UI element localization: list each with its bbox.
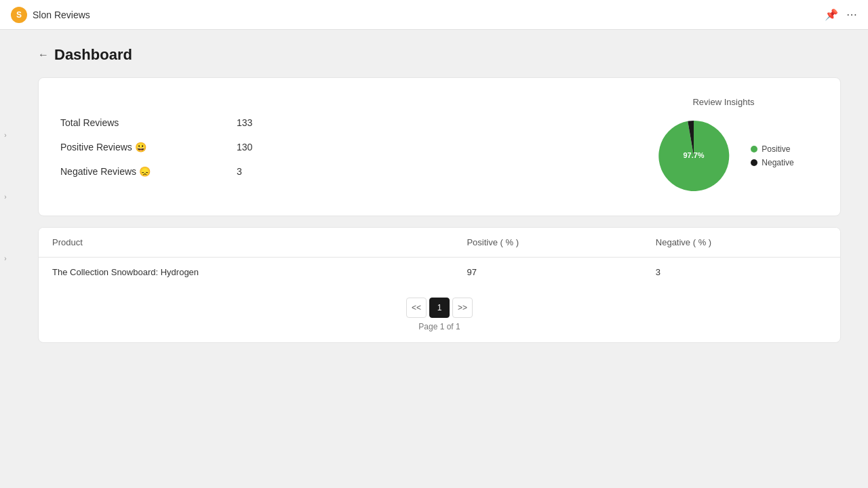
legend-positive: Positive [751,144,793,154]
topbar-left: S Slon Reviews [11,7,90,23]
pagination: << 1 >> Page 1 of 1 [39,287,840,342]
positive-reviews-value: 130 [237,142,252,152]
app-icon: S [11,7,27,23]
legend-negative-dot [751,159,757,166]
total-reviews-label: Total Reviews [60,117,182,128]
col-header-negative: Negative ( % ) [642,228,840,258]
legend-positive-dot [751,146,757,152]
chart-title: Review Insights [692,97,754,107]
next-page-button[interactable]: >> [452,298,473,318]
chart-container: 97.7% Positive Negative [653,115,793,197]
stats-section: Total Reviews 133 Positive Reviews 😀 130… [60,117,252,177]
app-title: Slon Reviews [33,9,90,20]
total-reviews-value: 133 [237,117,252,128]
table-header-row: Product Positive ( % ) Negative ( % ) [39,228,840,258]
main-content: ← Dashboard Total Reviews 133 Positive R… [11,30,868,359]
sidebar-left: › › › [0,30,11,359]
legend: Positive Negative [751,144,793,167]
page-info: Page 1 of 1 [418,322,460,331]
page-title: Dashboard [54,46,132,64]
chart-section: Review Insights 97.7% [629,97,818,197]
negative-reviews-label: Negative Reviews 😞 [60,166,182,177]
sidebar-expand-arrow-3[interactable]: › [4,255,6,262]
data-table: Product Positive ( % ) Negative ( % ) Th… [39,228,840,287]
pie-chart: 97.7% [653,115,734,197]
sidebar-expand-arrow-2[interactable]: › [4,193,6,201]
pin-icon[interactable]: 📌 [825,8,838,21]
negative-reviews-row: Negative Reviews 😞 3 [60,166,252,177]
legend-positive-label: Positive [762,144,790,154]
table-row: The Collection Snowboard: Hydrogen 97 3 [39,258,840,287]
page-1-button[interactable]: 1 [429,298,450,318]
prev-page-button[interactable]: << [406,298,427,318]
positive-reviews-label: Positive Reviews 😀 [60,142,182,152]
positive-reviews-row: Positive Reviews 😀 130 [60,142,252,152]
cell-product: The Collection Snowboard: Hydrogen [39,258,453,287]
cell-positive: 97 [453,258,642,287]
svg-text:97.7%: 97.7% [684,151,705,159]
sidebar-expand-arrow-1[interactable]: › [4,131,6,139]
cell-negative: 3 [642,258,840,287]
data-table-card: Product Positive ( % ) Negative ( % ) Th… [38,227,841,343]
col-header-positive: Positive ( % ) [453,228,642,258]
back-button[interactable]: ← [38,49,49,61]
page-header: ← Dashboard [38,46,841,64]
pagination-controls: << 1 >> [406,298,473,318]
topbar-right: 📌 ⋯ [825,8,857,21]
stats-card: Total Reviews 133 Positive Reviews 😀 130… [38,77,841,216]
total-reviews-row: Total Reviews 133 [60,117,252,128]
legend-negative-label: Negative [762,158,793,167]
legend-negative: Negative [751,158,793,167]
negative-reviews-value: 3 [237,166,242,177]
topbar: S Slon Reviews 📌 ⋯ [0,0,868,30]
col-header-product: Product [39,228,453,258]
more-options-icon[interactable]: ⋯ [846,8,857,21]
